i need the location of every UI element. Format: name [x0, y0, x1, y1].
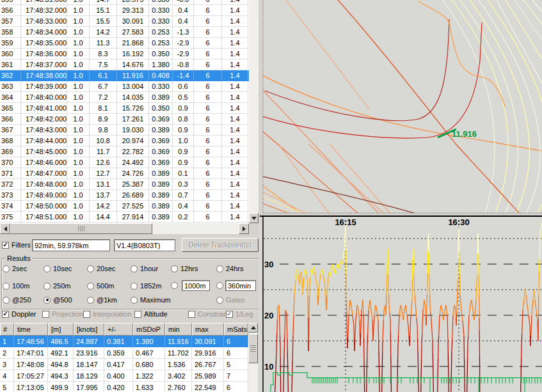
results-row[interactable]: 417:05:27494.318.1290.4001.3223.40225.98…: [0, 370, 248, 382]
results-row[interactable]: 317:48:08494.818.1470.4170.6801.53626.76…: [0, 359, 248, 370]
trackpoint-row[interactable]: 37217:48:48.0001.013.125.3870.3890.361.4: [0, 179, 249, 190]
scroll-down-button[interactable]: [249, 213, 259, 223]
trackpoint-row[interactable]: 37117:48:47.0001.012.724.7260.3890.161.4: [0, 168, 249, 179]
trackpoint-row[interactable]: 36917:48:45.0001.011.722.7820.3690.961.4: [0, 146, 249, 157]
trackpoint-vscrollbar[interactable]: [249, 0, 259, 223]
results-cell: 492.1: [48, 347, 74, 359]
trackpoint-row[interactable]: 35817:48:34.0001.014.227.5830.253-1.361.…: [0, 27, 249, 38]
trackpoint-table[interactable]: 35517:48:31.0001.014.728.5750.330-0.061.…: [0, 0, 249, 223]
trackpoint-cell: 1.0: [67, 146, 90, 157]
results-header-cell[interactable]: min: [165, 323, 192, 336]
radio-10sec[interactable]: 10sec: [44, 265, 72, 272]
results-table[interactable]: #time[m][knots]+/-mSDoPminmaxmSats117:48…: [0, 323, 248, 392]
trackpoint-row[interactable]: 36017:48:36.0001.08.316.1920.350-2.961.4: [0, 49, 249, 59]
filter-summary-field[interactable]: [32, 239, 110, 251]
trackpoint-cell: 13.1: [90, 179, 117, 190]
trackpoint-cell: 369: [0, 146, 21, 157]
radio-at-500[interactable]: @500: [44, 296, 72, 304]
arrow-up-icon: [251, 326, 256, 329]
results-header-cell[interactable]: [knots]: [74, 323, 104, 336]
trackpoint-row[interactable]: 36517:48:41.0001.08.115.7260.3500.961.4: [0, 103, 249, 114]
radio-at-250[interactable]: @250: [3, 296, 31, 304]
radio-2sec[interactable]: 2sec: [3, 265, 27, 272]
vscroll-thumb[interactable]: [248, 334, 258, 363]
trackpoint-row[interactable]: 37417:48:50.0001.014.227.5250.3890.461.4: [0, 201, 249, 212]
trackpoint-row[interactable]: 35517:48:31.0001.014.728.5750.330-0.061.…: [0, 0, 249, 5]
scroll-up-button[interactable]: [248, 323, 258, 333]
trackpoint-cell: 366: [0, 114, 21, 125]
radio-Maximum[interactable]: Maximum: [131, 296, 171, 304]
trackpoint-cell: 0.4: [173, 201, 194, 212]
radio-custom-distance[interactable]: [171, 282, 178, 289]
results-vscrollbar[interactable]: [248, 323, 258, 392]
trackpoint-cell: 13.7: [90, 190, 117, 201]
version-field[interactable]: [114, 239, 175, 251]
results-header-cell[interactable]: #: [0, 323, 14, 336]
radio-100m[interactable]: 100m: [3, 282, 30, 290]
trackpoint-hscrollbar[interactable]: [0, 223, 249, 234]
trackpoint-row[interactable]: 37017:48:46.0001.012.624.4920.3690.961.4: [0, 157, 249, 168]
checkbox-Altitude[interactable]: Altitude: [134, 310, 168, 318]
checkbox-Interpolation[interactable]: Interpolation: [83, 310, 132, 318]
trackpoint-cell: 358: [0, 27, 21, 38]
results-header-cell[interactable]: +/-: [104, 323, 133, 336]
results-header-cell[interactable]: mSDoP: [133, 323, 165, 336]
checkbox-Doppler[interactable]: ✓Doppler: [2, 310, 36, 318]
trackpoint-cell: 6: [194, 114, 222, 125]
trackpoint-row[interactable]: 35917:48:35.0001.011.321.8680.253-2.961.…: [0, 38, 249, 49]
trackpoint-row[interactable]: 36617:48:42.0001.08.917.2610.3690.861.4: [0, 114, 249, 125]
results-cell: 18.129: [74, 370, 104, 382]
trackpoint-row[interactable]: 36317:48:39.0001.06.713.0040.3300.661.4: [0, 81, 249, 92]
hscroll-thumb[interactable]: [10, 223, 152, 234]
radio-500m[interactable]: 500m: [87, 282, 115, 290]
trackpoint-cell: 17:48:34.000: [21, 27, 67, 38]
checkbox-1-Leg[interactable]: ✓1/Leg: [226, 310, 253, 318]
speed-chart[interactable]: 16:1516:30102030: [259, 216, 542, 392]
custom-duration-input[interactable]: [225, 280, 256, 291]
results-row[interactable]: 117:48:56486.524.8870.3811.38011.91630.0…: [0, 336, 248, 347]
checkbox-Projection[interactable]: Projection: [42, 310, 83, 318]
trackpoint-row[interactable]: 35617:48:32.0001.015.129.3130.3300.461.4: [0, 5, 249, 16]
trackpoint-row[interactable]: 37317:48:49.0001.013.726.6890.3890.761.4: [0, 190, 249, 201]
trackpoint-cell: 1.4: [222, 114, 248, 125]
trackpoint-cell: 0.9: [173, 103, 194, 114]
trackpoint-cell: 17:48:41.000: [21, 103, 67, 114]
trackpoint-cell: 360: [0, 49, 21, 59]
radio-custom-duration[interactable]: [216, 282, 223, 289]
trackpoint-row[interactable]: 37517:48:51.0001.014.427.9140.3890.261.4: [0, 212, 249, 223]
radio-1hour[interactable]: 1hour: [131, 265, 158, 272]
trackpoint-cell: 1.4: [222, 92, 248, 103]
results-header-cell[interactable]: time: [14, 323, 48, 336]
trackpoint-cell: 8.3: [90, 49, 117, 59]
trackpoint-cell: 17:48:44.000: [21, 136, 67, 146]
radio-1852m[interactable]: 1852m: [131, 282, 162, 290]
results-header-cell[interactable]: max: [192, 323, 224, 336]
trackpoint-row[interactable]: 35717:48:33.0001.015.530.0910.3300.461.4: [0, 16, 249, 27]
track-map[interactable]: 11.916: [259, 0, 542, 216]
results-header-cell[interactable]: mSats: [224, 323, 248, 336]
filters-checkbox[interactable]: ✓ Filters: [2, 241, 31, 249]
trackpoint-cell: 0.330: [149, 0, 173, 5]
trackpoint-row[interactable]: 36217:48:38.0001.06.111.9160.408-1.461.4: [0, 70, 249, 81]
radio-12hrs[interactable]: 12hrs: [171, 265, 198, 272]
scroll-left-button[interactable]: [0, 223, 10, 234]
results-row[interactable]: 217:47:01492.123.9160.3590.46711.70229.9…: [0, 347, 248, 359]
trackpoint-cell: 17:48:43.000: [21, 125, 67, 136]
trackpoint-row[interactable]: 36117:48:37.0001.07.514.6761.380-0.861.4: [0, 59, 249, 70]
radio-Gates[interactable]: Gates: [216, 296, 244, 304]
checkbox-Constrain[interactable]: Constrain: [188, 310, 228, 318]
delete-trackpoints-button[interactable]: Delete Trackpoint(s): [182, 238, 259, 252]
trackpoint-cell: 359: [0, 38, 21, 49]
results-row[interactable]: 517:13:05499.917.9950.4201.6332.76022.54…: [0, 382, 248, 392]
custom-distance-input[interactable]: [182, 280, 210, 291]
radio-20sec[interactable]: 20sec: [87, 265, 115, 272]
results-header-cell[interactable]: [m]: [48, 323, 74, 336]
scroll-right-button[interactable]: [239, 223, 249, 234]
trackpoint-row[interactable]: 36817:48:44.0001.010.820.9740.3691.061.4: [0, 136, 249, 146]
radio-24hrs[interactable]: 24hrs: [216, 265, 244, 272]
radio-250m[interactable]: 250m: [44, 282, 71, 290]
trackpoint-row[interactable]: 36717:48:43.0001.09.819.0300.3890.961.4: [0, 125, 249, 136]
results-cell: 494.8: [48, 359, 74, 370]
radio-at-1km[interactable]: @1km: [87, 296, 117, 304]
trackpoint-row[interactable]: 36417:48:40.0001.07.214.0350.3890.561.4: [0, 92, 249, 103]
